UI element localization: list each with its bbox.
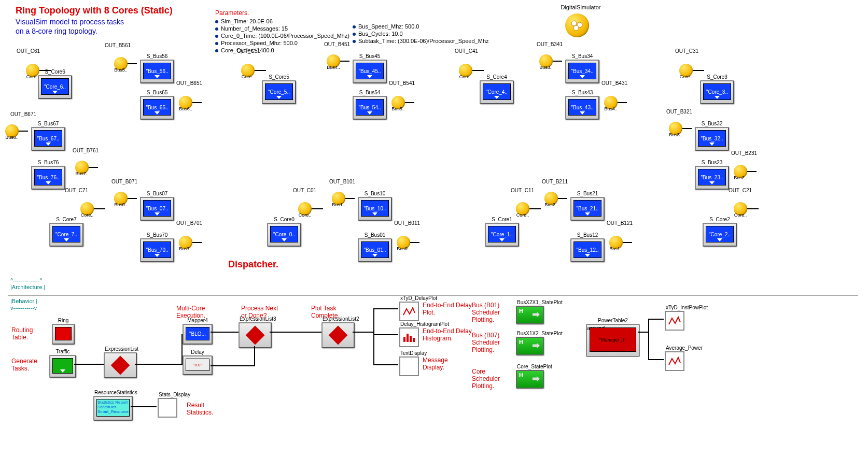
port-orb-text: Bus0.. [397,246,410,251]
port-orb[interactable]: Bus2.. [734,165,747,178]
expressionlist2-block[interactable]: ExpressionList2 [321,322,355,348]
port-orb-text: Bus4.. [604,106,618,111]
sim-block-S_Bus32[interactable]: S_Bus32"Bus_32.. [695,127,729,151]
port-label: OUT_B671 [10,111,36,117]
parameters-heading: Parameters. [215,9,249,17]
port-label: OUT_B121 [607,220,633,226]
sim-block-S_Bus07[interactable]: S_Bus07"Bus_07.. [140,197,174,221]
port-orb[interactable]: Core.. [80,202,94,216]
sim-block-S_Core0[interactable]: S_Core0"Core_0.. [267,223,301,247]
resource-stats-block[interactable]: ResourceStatistics Statistics Report Sch… [93,396,133,421]
sim-block-S_Core7[interactable]: S_Core7"Core_7.. [49,223,83,247]
port-orb[interactable]: Bus5.. [391,96,405,109]
port-orb[interactable]: Bus1.. [332,192,345,205]
message-display-label: Message Display. [423,356,448,371]
sim-block-S_Bus23[interactable]: S_Bus23"Bus_23.. [695,166,729,190]
port-orb[interactable]: Bus5.. [114,57,128,70]
sim-block-S_Core4[interactable]: S_Core4"Core_4.. [480,80,514,104]
sim-block-label: S_Bus43 [566,90,598,95]
port-orb[interactable]: Core.. [26,64,39,77]
svg-rect-5 [410,336,412,342]
sim-block-label: S_Bus12 [571,232,604,238]
port-orb[interactable]: Bus4.. [604,96,618,109]
sim-block-S_Bus01[interactable]: S_Bus01"Bus_01.. [358,238,392,262]
port-orb[interactable]: Core.. [459,64,472,77]
delay-block[interactable]: Delay "0.0" [183,355,213,375]
port-orb[interactable]: Bus1.. [609,236,623,249]
port-orb-text: Bus1.. [609,246,623,251]
port-orb[interactable]: Bus0.. [114,192,128,205]
busx1x2-label: BusX1X2_StatePlot [517,331,543,336]
avg-pow-block[interactable]: Average_Power [665,351,684,371]
sim-block-S_Bus65[interactable]: S_Bus65"Bus_65.. [140,96,174,120]
core-state-block[interactable]: Core_StatePlot [516,370,544,389]
port-orb[interactable]: Bus3.. [669,122,682,135]
ring-block[interactable]: Ring [52,324,75,345]
port-orb-text: Core.. [81,212,94,218]
digital-simulator-icon[interactable] [565,13,589,37]
port-label: OUT_C61 [17,48,40,54]
port-orb[interactable]: Bus3.. [539,54,553,68]
ring-label: Ring [53,318,74,323]
port-orb[interactable]: Bus0.. [397,236,410,249]
port-orb[interactable]: Bus7.. [75,161,89,174]
port-orb[interactable]: Core.. [241,64,255,77]
sim-block-label: S_Bus01 [359,232,391,238]
port-orb-text: Bus4.. [327,65,340,70]
sim-block-S_Bus12[interactable]: S_Bus12"Bus_12.. [570,238,605,262]
port-label: OUT_B211 [542,179,568,184]
expressionlist3-block[interactable]: ExpressionList3 [239,322,272,348]
port-orb-text: Core.. [734,212,747,218]
sim-block-S_Core2[interactable]: S_Core2"Core_2.. [703,223,737,247]
port-orb[interactable]: Core.. [298,202,312,216]
digital-simulator-label: DigitalSimulator [550,4,612,10]
port-label: OUT_B011 [394,220,420,226]
traffic-block[interactable]: Traffic [49,355,76,378]
port-orb[interactable]: Core.. [734,202,747,216]
core-sched-label: Core Scheduler Plotting. [472,368,500,390]
sim-block-S_Bus76[interactable]: S_Bus76"Bus_76.. [31,166,65,190]
sim-block-S_Bus56[interactable]: S_Bus56"Bus_56.. [140,60,174,83]
arch-marker-label: |Architecture.| [10,284,45,290]
stats-display-block[interactable]: Stats_Display [158,398,177,418]
param-item: Bus_Cycles: 10.0 [353,30,489,37]
svg-point-0 [571,21,577,26]
power-table-block[interactable]: around PowerTable2 "Manager_1" [586,324,640,357]
port-orb-text: Bus3.. [539,65,553,70]
sim-block-S_Bus45[interactable]: S_Bus45"Bus_45.. [353,60,387,83]
histogram-plot-block[interactable]: Delay_HistogramPlot [399,327,419,347]
sim-block-S_Bus67[interactable]: S_Bus67"Bus_67.. [31,127,65,151]
port-label: OUT_B561 [105,42,131,48]
sim-block-S_Core5[interactable]: S_Core5"Core_5.. [262,80,296,104]
port-orb[interactable]: Bus6.. [179,96,192,109]
param-item: Core_0_Time: (100.0E-06/Processor_Speed_… [215,32,349,39]
inst-pow-block[interactable]: xTyD_InstPowPlot [665,311,684,331]
sim-block-S_Bus43[interactable]: S_Bus43"Bus_43.. [565,96,599,120]
sim-block-S_Bus54[interactable]: S_Bus54"Bus_54.. [353,96,387,120]
delay-plot-block[interactable]: xTyD_DelayPlot [399,302,419,321]
sim-block-S_Core3[interactable]: S_Core3"Core_3.. [700,80,734,104]
sim-block-S_Bus10[interactable]: S_Bus10"Bus_10.. [358,197,392,221]
port-orb-text: Core.. [680,74,693,79]
sim-block-S_Bus70[interactable]: S_Bus70"Bus_70.. [140,238,174,262]
sim-block-S_Core1[interactable]: S_Core1"Core_1.. [485,223,519,247]
busx2x1-block[interactable]: BusX2X1_StatePlot [516,306,544,324]
sim-block-S_Bus34[interactable]: S_Bus34"Bus_34.. [565,60,599,83]
sim-block-label: S_Core3 [701,74,733,80]
port-orb[interactable]: Bus7.. [179,236,192,249]
busx1x2-block[interactable]: BusX1X2_StatePlot [516,337,544,355]
expressionlist2-label: ExpressionList2 [323,316,354,322]
port-orb[interactable]: Bus4.. [327,54,340,68]
expressionlist-block[interactable]: ExpressionList [104,352,137,378]
sim-block-S_Core6[interactable]: S_Core6"Core_6.. [38,75,72,99]
text-display-block[interactable]: TextDisplay [399,356,419,376]
port-orb[interactable]: Core.. [516,202,529,216]
sim-block-S_Bus21[interactable]: S_Bus21"Bus_21.. [570,197,605,221]
port-orb[interactable]: Bus2.. [544,192,558,205]
port-orb[interactable]: Core.. [679,64,693,77]
mapper-block[interactable]: Mapper4 "BLO... [183,324,213,345]
sim-block-label: S_Bus45 [354,53,386,59]
port-label: OUT_C21 [729,188,752,193]
port-orb[interactable]: Bus6.. [5,124,19,138]
multicore-label: Multi-Core Execution. [176,305,205,319]
